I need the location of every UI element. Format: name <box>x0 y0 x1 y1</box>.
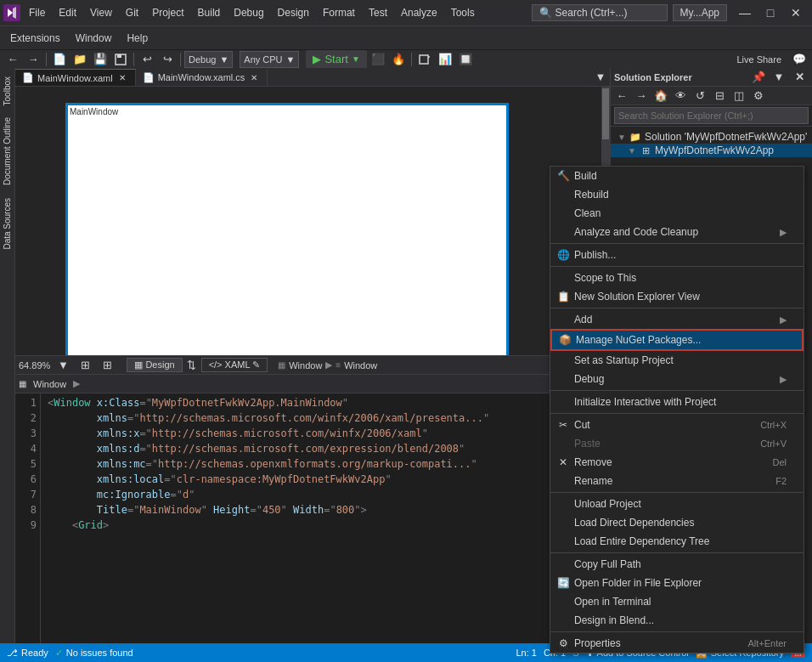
menu-design[interactable]: Design <box>271 3 316 22</box>
zoom-button[interactable]: ▼ <box>54 356 72 375</box>
se-show-all-button[interactable]: 👁 <box>671 87 690 105</box>
design-surface[interactable]: MainWindow <box>66 104 508 355</box>
ctx-properties[interactable]: ⚙ Properties Alt+Enter <box>550 634 804 653</box>
start-button[interactable]: ▶ Start ▼ <box>306 50 366 69</box>
tab-close-cs[interactable]: ✕ <box>248 71 260 83</box>
no-issues-container[interactable]: ✓ No issues found <box>55 648 133 659</box>
ctx-unload[interactable]: Unload Project <box>550 495 804 513</box>
debug-arrow: ▶ <box>780 374 787 385</box>
ctx-remove[interactable]: ✕ Remove Del <box>550 453 804 472</box>
main-search-box[interactable]: 🔍 Search (Ctrl+...) <box>532 4 668 21</box>
swap-button[interactable]: ⇅ <box>183 356 201 375</box>
ctx-rename[interactable]: Rename F2 <box>550 472 804 490</box>
toolbar-btn2[interactable]: 📊 <box>436 50 454 69</box>
menu-extensions[interactable]: Extensions <box>3 29 67 48</box>
new-file-button[interactable]: 📄 <box>50 50 69 69</box>
feedback-button[interactable]: 💬 <box>790 50 809 69</box>
redo-button[interactable]: ↪ <box>158 50 177 69</box>
se-settings-button[interactable]: ⚙ <box>749 87 768 105</box>
se-forward-button[interactable]: → <box>632 87 651 105</box>
scrollbar-thumb[interactable] <box>602 88 609 139</box>
menu-project[interactable]: Project <box>145 3 190 22</box>
document-outline-tab[interactable]: Document Outline <box>1 112 14 190</box>
open-button[interactable]: 📁 <box>70 50 89 69</box>
design-tab[interactable]: ▦ Design <box>127 358 182 372</box>
stop-button[interactable]: ⬛ <box>369 50 387 69</box>
code-lines[interactable]: <Window x:Class="MyWpfDotnetFwkWv2App.Ma… <box>41 393 610 643</box>
se-back-button[interactable]: ← <box>612 87 631 105</box>
live-share-button[interactable]: Live Share <box>730 50 788 69</box>
ctx-blend[interactable]: Design in Blend... <box>550 611 804 630</box>
title-bar: File Edit View Git Project Build Debug D… <box>0 0 812 25</box>
data-sources-tab[interactable]: Data Sources <box>1 193 14 255</box>
ctx-open-folder[interactable]: 🔄 Open Folder in File Explorer <box>550 574 804 592</box>
tab-close-xaml[interactable]: ✕ <box>116 72 128 84</box>
ctx-cut[interactable]: ✂ Cut Ctrl+X <box>550 416 804 434</box>
menu-view[interactable]: View <box>83 3 119 22</box>
minimize-button[interactable]: — <box>732 0 758 25</box>
menu-debug[interactable]: Debug <box>227 3 270 22</box>
toolbar-btn1[interactable] <box>415 50 434 69</box>
back-button[interactable]: ← <box>3 50 22 69</box>
menu-git[interactable]: Git <box>119 3 145 22</box>
save-all-button[interactable] <box>111 50 130 69</box>
xaml-tab[interactable]: </> XAML ✎ <box>201 358 268 372</box>
ctx-new-se-view[interactable]: 📋 New Solution Explorer View <box>550 287 804 306</box>
code-line-4: xmlns:d="http://schemas.microsoft.com/ex… <box>48 441 603 456</box>
maximize-button[interactable]: □ <box>758 0 783 25</box>
ctx-copy-path[interactable]: Copy Full Path <box>550 555 804 574</box>
ctx-analyze[interactable]: Analyze and Code Cleanup ▶ <box>550 223 804 241</box>
se-project-item[interactable]: ▼ ⊞ MyWpfDotnetFwkWv2App <box>611 144 812 157</box>
se-options-button[interactable]: ▼ <box>770 68 788 87</box>
debug-config-dropdown[interactable]: Debug ▼ <box>184 51 233 68</box>
ctx-debug[interactable]: Debug ▶ <box>550 370 804 388</box>
menu-tools[interactable]: Tools <box>444 3 482 22</box>
undo-button[interactable]: ↩ <box>138 50 156 69</box>
menu-analyze[interactable]: Analyze <box>394 3 444 22</box>
se-collapse-button[interactable]: ⊟ <box>710 87 729 105</box>
menu-window[interactable]: Window <box>69 29 119 48</box>
ctx-build[interactable]: 🔨 Build <box>550 167 804 185</box>
se-close-button[interactable]: ✕ <box>790 68 809 87</box>
menu-edit[interactable]: Edit <box>52 3 83 22</box>
se-home-button[interactable]: 🏠 <box>651 87 670 105</box>
tab-mainwindow-xaml[interactable]: 📄 MainWindow.xaml ✕ <box>15 69 136 86</box>
se-refresh-button[interactable]: ↺ <box>691 87 709 105</box>
ctx-copy-path-label: Copy Full Path <box>574 558 641 570</box>
forward-button[interactable]: → <box>24 50 42 69</box>
tab-options-button[interactable]: ▼ <box>591 67 610 86</box>
grid-button[interactable]: ⊞ <box>98 356 116 375</box>
ctx-clean[interactable]: Clean <box>550 204 804 223</box>
se-search-input[interactable] <box>614 107 809 124</box>
status-git[interactable]: ⎇ Ready <box>7 648 48 659</box>
menu-file[interactable]: File <box>22 3 52 22</box>
se-pin-button[interactable]: 📌 <box>749 68 768 87</box>
save-button[interactable]: 💾 <box>91 50 110 69</box>
toolbar-btn3[interactable]: 🔲 <box>456 50 475 69</box>
se-pending-button[interactable]: ◫ <box>730 87 748 105</box>
se-solution-item[interactable]: ▼ 📁 Solution 'MyWpfDotnetFwkWv2App' <box>611 130 812 144</box>
hot-reload-button[interactable]: 🔥 <box>389 50 408 69</box>
menu-test[interactable]: Test <box>362 3 394 22</box>
window-controls: — □ ✕ <box>732 0 809 25</box>
ctx-interactive[interactable]: Initialize Interactive with Project <box>550 393 804 411</box>
tab-mainwindow-cs[interactable]: 📄 MainWindow.xaml.cs ✕ <box>136 69 268 86</box>
toolbox-tab[interactable]: Toolbox <box>1 71 14 110</box>
ctx-rebuild[interactable]: Rebuild <box>550 185 804 204</box>
platform-dropdown[interactable]: Any CPU ▼ <box>240 51 299 68</box>
ctx-nuget[interactable]: 📦 Manage NuGet Packages... <box>550 329 804 351</box>
ctx-add[interactable]: Add ▶ <box>550 310 804 329</box>
close-button[interactable]: ✕ <box>783 0 809 25</box>
menu-help[interactable]: Help <box>120 29 155 48</box>
ctx-scope[interactable]: Scope to This <box>550 269 804 287</box>
fit-button[interactable]: ⊞ <box>76 356 94 375</box>
menu-build[interactable]: Build <box>191 3 228 22</box>
menu-format[interactable]: Format <box>316 3 362 22</box>
ctx-load-tree[interactable]: Load Entire Dependency Tree <box>550 532 804 551</box>
ctx-open-terminal[interactable]: Open in Terminal <box>550 592 804 611</box>
menu-bar: File Edit View Git Project Build Debug D… <box>22 3 530 22</box>
ctx-cut-label: Cut <box>574 419 590 431</box>
ctx-startup[interactable]: Set as Startup Project <box>550 351 804 370</box>
ctx-publish[interactable]: 🌐 Publish... <box>550 246 804 264</box>
ctx-load-direct[interactable]: Load Direct Dependencies <box>550 513 804 532</box>
